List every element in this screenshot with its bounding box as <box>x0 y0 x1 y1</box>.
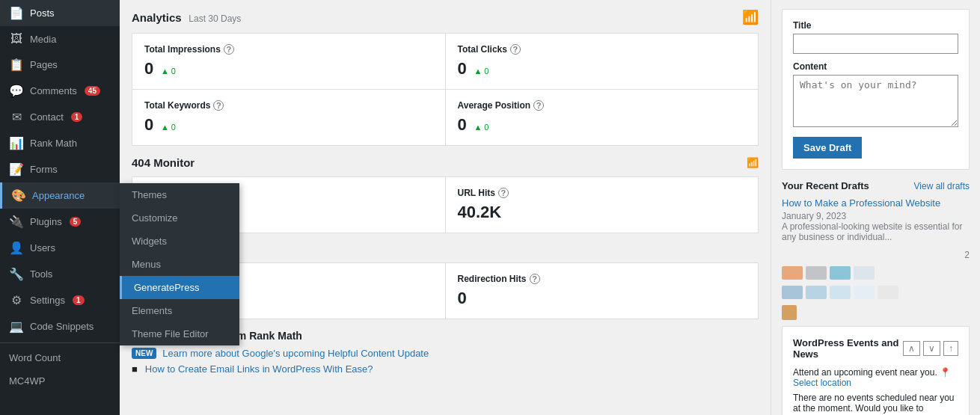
sidebar-item-label: Comments <box>30 85 77 96</box>
sidebar-item-media[interactable]: 🖼 Media <box>0 26 120 52</box>
submenu-generatepress[interactable]: GeneratePress <box>120 276 239 299</box>
sidebar-item-contact[interactable]: ✉ Contact 1 <box>0 104 120 130</box>
rankmath-icon: 📊 <box>9 136 24 150</box>
draft-title-link-0[interactable]: How to Make a Professional Website <box>782 197 970 209</box>
contact-icon: ✉ <box>9 110 24 124</box>
sidebar-item-plugins[interactable]: 🔌 Plugins 5 <box>0 209 120 235</box>
url-hits-value: 40.2K <box>458 203 747 222</box>
contact-badge: 1 <box>71 112 83 122</box>
impressions-help-icon[interactable]: ? <box>224 44 234 55</box>
events-prev-button[interactable]: ∧ <box>903 341 920 356</box>
submenu-theme-file-editor[interactable]: Theme File Editor <box>120 322 239 345</box>
sidebar-item-label: Rank Math <box>30 138 77 149</box>
events-no-events: There are no events scheduled near you a… <box>793 393 958 415</box>
analytics-cell-keywords: Total Keywords ? 0 0 <box>132 90 445 145</box>
events-attend-text: Attend an upcoming event near you. 📍 Sel… <box>793 367 958 388</box>
media-icon: 🖼 <box>9 32 24 46</box>
draft-excerpt-0: A professional-looking website is essent… <box>782 221 970 242</box>
users-icon: 👤 <box>9 241 24 255</box>
swatch-3 <box>830 266 851 280</box>
blog-post-item-1: ■ How to Create Email Links in WordPress… <box>132 363 759 375</box>
clicks-label: Total Clicks ? <box>458 44 747 55</box>
sidebar-item-settings[interactable]: ⚙ Settings 1 <box>0 287 120 313</box>
right-panel: Title Content Save Draft Your Recent Dra… <box>771 0 980 415</box>
submenu-customize[interactable]: Customize <box>120 206 239 230</box>
clicks-help-icon[interactable]: ? <box>510 44 521 55</box>
posts-icon: 📄 <box>9 6 24 20</box>
title-input[interactable] <box>793 34 958 54</box>
sidebar-item-label: Settings <box>30 295 65 306</box>
url-hits-help-icon[interactable]: ? <box>498 188 509 198</box>
analytics-cell-impressions: Total Impressions ? 0 0 <box>132 34 445 89</box>
monitor-chart-icon: 📶 <box>747 157 759 168</box>
sidebar-item-posts[interactable]: 📄 Posts <box>0 0 120 26</box>
mc4wp-label: MC4WP <box>9 375 45 387</box>
analytics-grid: Total Impressions ? 0 0 Total Clicks ? 0… <box>132 33 759 146</box>
sidebar-item-label: Tools <box>30 268 52 280</box>
keywords-value: 0 0 <box>144 115 433 135</box>
position-change: 0 <box>474 123 489 132</box>
monitor-404-title: 404 Monitor <box>132 156 195 169</box>
sidebar-item-users[interactable]: 👤 Users <box>0 235 120 261</box>
color-swatches-row2 <box>782 286 970 299</box>
codesnippets-icon: 💻 <box>9 319 24 333</box>
submenu-menus[interactable]: Menus <box>120 253 239 276</box>
sidebar-item-label: Contact <box>30 111 64 123</box>
sidebar-item-mc4wp[interactable]: MC4WP <box>0 369 120 393</box>
position-help-icon[interactable]: ? <box>533 100 544 111</box>
events-controls: ∧ ∨ ↑ <box>903 341 958 356</box>
sidebar-item-label: Plugins <box>30 216 62 227</box>
comments-icon: 💬 <box>9 84 24 98</box>
submenu-themes[interactable]: Themes <box>120 183 239 206</box>
sidebar-item-appearance[interactable]: 🎨 Appearance <box>0 182 120 209</box>
draft-item-0: How to Make a Professional Website Janua… <box>782 197 970 242</box>
submenu-widgets[interactable]: Widgets <box>120 230 239 253</box>
sidebar-item-rankmath[interactable]: 📊 Rank Math <box>0 130 120 156</box>
sidebar-item-pages[interactable]: 📋 Pages <box>0 52 120 78</box>
analytics-subtitle: Last 30 Days <box>189 13 241 24</box>
events-expand-button[interactable]: ↑ <box>943 341 958 356</box>
keywords-help-icon[interactable]: ? <box>213 100 224 111</box>
sidebar-item-label: Pages <box>30 59 58 70</box>
analytics-chart-icon: 📶 <box>742 9 759 25</box>
plugins-badge: 5 <box>70 217 82 227</box>
sidebar-item-forms[interactable]: 📝 Forms <box>0 156 120 182</box>
appearance-icon: 🎨 <box>11 188 26 203</box>
position-value: 0 0 <box>458 115 747 135</box>
redirection-hits-cell: Redirection Hits ? 0 <box>446 263 759 319</box>
draft-date-0: January 9, 2023 <box>782 211 846 221</box>
new-badge-0: NEW <box>132 348 156 359</box>
url-hits-label: URL Hits ? <box>458 188 747 198</box>
color-swatches-row1 <box>782 266 970 280</box>
blog-post-link-0[interactable]: Learn more about Google's upcoming Helpf… <box>162 348 429 359</box>
save-draft-button[interactable]: Save Draft <box>793 137 862 159</box>
swatch-5 <box>782 286 803 299</box>
page-number: 2 <box>782 250 970 260</box>
redirection-hits-value: 0 <box>458 289 747 308</box>
sidebar-item-wordcount[interactable]: Word Count <box>0 346 120 369</box>
analytics-cell-clicks: Total Clicks ? 0 0 <box>446 34 759 89</box>
redirection-hits-help-icon[interactable]: ? <box>530 274 540 284</box>
comments-badge: 45 <box>85 86 100 96</box>
keywords-label: Total Keywords ? <box>144 100 433 111</box>
recent-drafts-header: Your Recent Drafts View all drafts <box>782 180 970 191</box>
content-label: Content <box>793 61 958 72</box>
sidebar-item-comments[interactable]: 💬 Comments 45 <box>0 78 120 104</box>
tools-icon: 🔧 <box>9 267 24 281</box>
blog-post-link-1[interactable]: How to Create Email Links in WordPress W… <box>145 363 373 375</box>
events-next-button[interactable]: ∨ <box>923 341 940 356</box>
submenu-elements[interactable]: Elements <box>120 299 239 322</box>
events-section: WordPress Events and News ∧ ∨ ↑ Attend a… <box>782 326 970 415</box>
sidebar-item-label: Media <box>30 34 56 45</box>
sidebar-item-label: Posts <box>30 7 55 19</box>
content-textarea[interactable] <box>793 75 958 127</box>
analytics-title: Analytics <box>132 11 182 24</box>
sidebar-item-tools[interactable]: 🔧 Tools <box>0 261 120 287</box>
keywords-change: 0 <box>161 123 176 132</box>
events-title: WordPress Events and News <box>793 337 903 360</box>
color-swatches-row3 <box>782 305 970 320</box>
sidebar-item-codesnippets[interactable]: 💻 Code Snippets <box>0 313 120 339</box>
view-all-drafts-link[interactable]: View all drafts <box>914 181 970 191</box>
wordcount-label: Word Count <box>9 352 61 363</box>
select-location-link[interactable]: Select location <box>793 378 851 388</box>
